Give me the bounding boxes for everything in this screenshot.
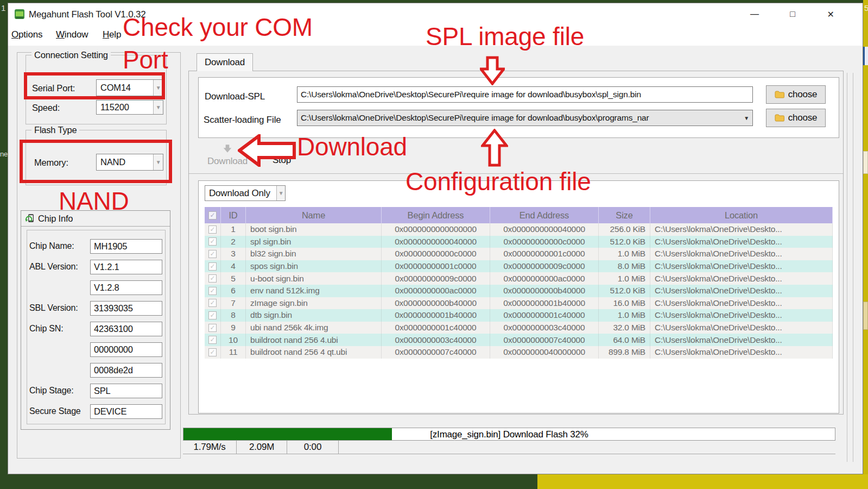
- download-arrow-icon: [222, 143, 233, 154]
- chevron-down-icon[interactable]: ▼: [153, 101, 163, 114]
- table-row[interactable]: ✓5u-boot sign.bin0x00000000009c00000x000…: [205, 272, 833, 285]
- speed-select[interactable]: 115200 ▼: [96, 100, 163, 115]
- desktop-wallpaper-right: [863, 0, 868, 489]
- checkbox-icon: ✓: [208, 299, 217, 307]
- cell-id: 2: [221, 236, 246, 248]
- checkbox-icon: ✓: [208, 324, 217, 332]
- abl-version-value[interactable]: V1.2.1: [90, 260, 162, 274]
- cell-size: 899.8 MiB: [599, 346, 650, 359]
- header-name: Name: [246, 207, 382, 223]
- chip-stage-label: Chip Stage:: [29, 386, 73, 396]
- chip-name-label: Chip Name:: [29, 241, 74, 251]
- desktop-wallpaper-bottom: [537, 474, 868, 489]
- checkbox-icon: ✓: [208, 237, 217, 246]
- cell-begin-address: 0x00000000000c0000: [382, 248, 490, 260]
- cell-id: 11: [221, 346, 246, 359]
- header-begin-address: Begin Address: [382, 207, 490, 223]
- table-row[interactable]: ✓3bl32 sign.bin0x00000000000c00000x00000…: [205, 248, 833, 260]
- annotation-nand: NAND: [59, 189, 129, 214]
- checkbox-icon: ✓: [208, 287, 217, 295]
- cell-size: 1.0 MiB: [599, 272, 650, 285]
- app-icon: [14, 9, 25, 20]
- row-checkbox[interactable]: ✓: [205, 297, 221, 310]
- cell-id: 6: [221, 285, 246, 297]
- checkbox-icon: ✓: [208, 274, 217, 283]
- chip-name-value[interactable]: MH1905: [90, 239, 162, 254]
- row-checkbox[interactable]: ✓: [205, 223, 221, 236]
- cell-size: 16.0 MiB: [599, 297, 650, 310]
- choose-scatter-button[interactable]: choose: [766, 109, 826, 127]
- row-checkbox[interactable]: ✓: [205, 309, 221, 322]
- chip-stage-value[interactable]: SPL: [90, 384, 162, 398]
- annotation-config-file: Configuration file: [406, 169, 591, 194]
- annotation-up-arrow-icon: [481, 129, 508, 167]
- row-checkbox[interactable]: ✓: [205, 272, 221, 285]
- table-row[interactable]: ✓6env nand 512k.img0x0000000000ac00000x0…: [205, 285, 833, 297]
- table-row[interactable]: ✓1boot sign.bin0x00000000000000000x00000…: [205, 223, 833, 236]
- minimize-button[interactable]: —: [740, 5, 769, 23]
- download-spl-input[interactable]: C:\Users\lokma\OneDrive\Desktop\SecurePi…: [297, 86, 753, 103]
- row-checkbox[interactable]: ✓: [205, 322, 221, 334]
- header-select-all[interactable]: ✓: [205, 207, 221, 223]
- table-row[interactable]: ✓8dtb sign.bin0x0000000001b400000x000000…: [205, 309, 833, 322]
- cell-end-address: 0x0000000001c40000: [490, 309, 599, 322]
- scatter-file-select[interactable]: C:\Users\lokma\OneDrive\Desktop\SecurePi…: [297, 110, 753, 126]
- close-button[interactable]: ✕: [816, 5, 845, 23]
- progress-bar: [zImage_sign.bin] Download Flash 32%: [183, 428, 835, 441]
- table-row[interactable]: ✓2spl sign.bin0x00000000000400000x000000…: [205, 236, 833, 248]
- header-end-address: End Address: [490, 207, 599, 223]
- cell-name: buildroot nand 256 4 qt.ubi: [246, 346, 382, 359]
- chip-info-panel: Chip Info Chip Name:MH1905 ABL Version:V…: [21, 210, 170, 430]
- cell-id: 1: [221, 223, 246, 236]
- choose-spl-button[interactable]: choose: [766, 85, 826, 104]
- word-icon: [863, 47, 868, 65]
- row-checkbox[interactable]: ✓: [205, 346, 221, 359]
- chip-sn-value-2[interactable]: 00000000: [90, 342, 162, 357]
- table-row[interactable]: ✓11buildroot nand 256 4 qt.ubi0x00000000…: [205, 346, 833, 359]
- menu-help[interactable]: Help: [103, 29, 121, 40]
- chip-version-extra[interactable]: 31393035: [90, 301, 162, 316]
- tab-download[interactable]: Download: [197, 53, 253, 71]
- connection-settings-title: Connection Setting: [31, 50, 111, 60]
- table-row[interactable]: ✓7zImage sign.bin0x0000000000b400000x000…: [205, 297, 833, 310]
- download-mode-select[interactable]: Download Only ▼: [205, 185, 286, 201]
- cell-end-address: 0x0000000001b40000: [490, 297, 599, 310]
- menu-options[interactable]: Options: [11, 29, 42, 40]
- checkbox-icon: ✓: [208, 262, 217, 271]
- menu-window[interactable]: Window: [56, 29, 88, 40]
- header-id: ID: [221, 207, 246, 223]
- maximize-button[interactable]: □: [778, 5, 807, 23]
- row-checkbox[interactable]: ✓: [205, 285, 221, 297]
- cell-end-address: 0x00000000000c0000: [490, 236, 599, 248]
- annotation-spl-image: SPL image file: [426, 24, 584, 49]
- row-checkbox[interactable]: ✓: [205, 248, 221, 260]
- chip-sn-value-1[interactable]: 42363100: [90, 322, 162, 336]
- chevron-down-icon[interactable]: ▼: [276, 186, 285, 200]
- annotation-serial-port-box: [24, 72, 165, 99]
- cell-location: C:\Users\lokma\OneDrive\Deskto...: [650, 272, 833, 285]
- partition-table: ✓ ID Name Begin Address End Address Size…: [205, 207, 833, 359]
- speed-label: Speed:: [32, 103, 60, 113]
- abl-version-label: ABL Version:: [29, 262, 78, 272]
- table-row[interactable]: ✓9ubi nand 256k 4k.img0x0000000001c40000…: [205, 322, 833, 334]
- secure-stage-value[interactable]: DEVICE: [90, 404, 162, 419]
- cell-end-address: 0x0000000007c40000: [490, 334, 599, 346]
- row-checkbox[interactable]: ✓: [205, 260, 221, 273]
- cell-begin-address: 0x00000000009c0000: [382, 272, 490, 285]
- table-row[interactable]: ✓10buildroot nand 256 4.ubi0x0000000003c…: [205, 334, 833, 346]
- download-spl-label: Download-SPL: [205, 91, 265, 102]
- row-checkbox[interactable]: ✓: [205, 334, 221, 346]
- sbl-version-label: SBL Version:: [29, 303, 78, 313]
- cell-location: C:\Users\lokma\OneDrive\Deskto...: [650, 346, 833, 359]
- checkbox-icon: ✓: [208, 336, 217, 344]
- document-icon: [863, 151, 868, 174]
- row-checkbox[interactable]: ✓: [205, 236, 221, 248]
- status-empty: [339, 441, 835, 454]
- status-bar: 1.79M/s 2.09M 0:00: [183, 441, 835, 454]
- table-row[interactable]: ✓4spos sign.bin0x00000000001c00000x00000…: [205, 260, 833, 273]
- checkbox-icon: ✓: [208, 225, 217, 234]
- chip-sn-value-3[interactable]: 0008de2d: [90, 363, 162, 378]
- cell-id: 4: [221, 260, 246, 273]
- sbl-version-value[interactable]: V1.2.8: [90, 280, 162, 295]
- desktop-artifact: 5: [864, 3, 868, 12]
